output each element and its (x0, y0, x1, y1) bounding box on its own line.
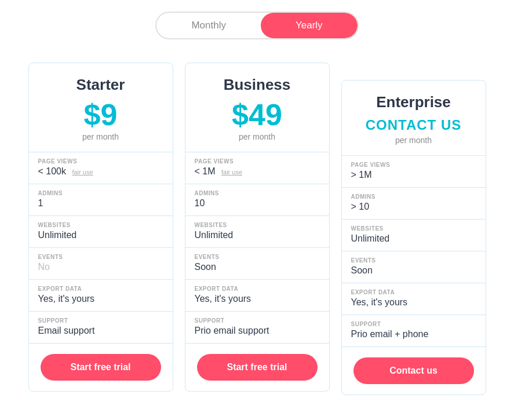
business-plan-name: Business (197, 76, 318, 94)
starter-cta-container: Start free trial (29, 344, 173, 391)
enterprise-cta-container: Contact us (342, 347, 486, 395)
enterprise-header: Enterprise CONTACT US per month (342, 81, 486, 156)
enterprise-page-views-label: PAGE VIEWS (351, 162, 476, 168)
enterprise-price-label: per month (353, 136, 474, 145)
business-events-row: EVENTS Soon (185, 248, 329, 280)
starter-plan-card: Starter $9 per month PAGE VIEWS < 100k f… (28, 63, 173, 392)
starter-events-value: No (38, 262, 163, 272)
enterprise-websites-label: WEBSITES (351, 225, 476, 232)
starter-cta-button[interactable]: Start free trial (41, 354, 161, 381)
starter-page-views-label: PAGE VIEWS (38, 158, 163, 165)
starter-support-row: SUPPORT Email support (29, 312, 173, 344)
starter-events-label: EVENTS (38, 254, 163, 260)
starter-admins-value: 1 (38, 198, 163, 209)
enterprise-page-views-value: > 1M (351, 170, 476, 180)
enterprise-cta-button[interactable]: Contact us (353, 357, 474, 384)
starter-support-value: Email support (38, 326, 163, 336)
enterprise-page-views-row: PAGE VIEWS > 1M (342, 156, 486, 188)
starter-header: Starter $9 per month (29, 63, 173, 152)
business-admins-label: ADMINS (195, 190, 320, 196)
enterprise-websites-value: Unlimited (351, 233, 476, 244)
starter-admins-row: ADMINS 1 (29, 184, 173, 216)
business-price: $49 (197, 100, 318, 130)
business-support-value: Prio email support (195, 326, 320, 336)
starter-websites-label: WEBSITES (38, 222, 163, 228)
starter-fair-use: fair use (72, 169, 93, 176)
enterprise-events-value: Soon (351, 265, 476, 276)
business-cta-button[interactable]: Start free trial (197, 354, 318, 381)
billing-toggle: Monthly Yearly (12, 12, 502, 39)
business-export-label: EXPORT DATA (195, 286, 320, 292)
business-websites-row: WEBSITES Unlimited (185, 216, 329, 248)
starter-websites-value: Unlimited (38, 230, 163, 240)
business-header: Business $49 per month (185, 63, 329, 152)
enterprise-admins-row: ADMINS > 10 (342, 188, 486, 220)
business-admins-value: 10 (195, 198, 320, 209)
business-fair-use: fair use (221, 169, 242, 176)
business-cta-container: Start free trial (185, 344, 329, 391)
starter-support-label: SUPPORT (38, 317, 163, 324)
enterprise-plan-name: Enterprise (353, 93, 474, 111)
enterprise-websites-row: WEBSITES Unlimited (342, 220, 486, 251)
enterprise-export-label: EXPORT DATA (351, 289, 476, 295)
business-plan-card: Business $49 per month PAGE VIEWS < 1M f… (185, 63, 330, 392)
toggle-wrapper: Monthly Yearly (155, 12, 358, 39)
enterprise-export-row: EXPORT DATA Yes, it's yours (342, 283, 486, 315)
starter-admins-label: ADMINS (38, 190, 163, 196)
enterprise-events-label: EVENTS (351, 257, 476, 264)
business-support-row: SUPPORT Prio email support (185, 312, 329, 344)
yearly-toggle-button[interactable]: Yearly (261, 13, 358, 38)
starter-page-views-value: < 100k fair use (38, 166, 163, 177)
starter-page-views-row: PAGE VIEWS < 100k fair use (29, 152, 173, 184)
enterprise-events-row: EVENTS Soon (342, 251, 486, 283)
enterprise-export-value: Yes, it's yours (351, 297, 476, 308)
business-page-views-row: PAGE VIEWS < 1M fair use (185, 152, 329, 184)
starter-export-row: EXPORT DATA Yes, it's yours (29, 280, 173, 312)
enterprise-admins-value: > 10 (351, 202, 476, 212)
pricing-cards: Starter $9 per month PAGE VIEWS < 100k f… (12, 63, 502, 395)
business-events-value: Soon (195, 262, 320, 272)
starter-events-row: EVENTS No (29, 248, 173, 280)
enterprise-contact-label: CONTACT US (353, 117, 474, 133)
enterprise-support-label: SUPPORT (351, 321, 476, 327)
enterprise-support-row: SUPPORT Prio email + phone (342, 315, 486, 347)
business-page-views-label: PAGE VIEWS (195, 158, 320, 165)
business-websites-value: Unlimited (195, 230, 320, 240)
enterprise-admins-label: ADMINS (351, 193, 476, 200)
starter-price: $9 (41, 100, 161, 130)
business-price-label: per month (197, 132, 318, 141)
monthly-toggle-button[interactable]: Monthly (156, 13, 261, 38)
starter-export-value: Yes, it's yours (38, 294, 163, 304)
business-export-value: Yes, it's yours (195, 294, 320, 304)
business-events-label: EVENTS (195, 254, 320, 260)
enterprise-support-value: Prio email + phone (351, 329, 476, 339)
starter-websites-row: WEBSITES Unlimited (29, 216, 173, 248)
business-admins-row: ADMINS 10 (185, 184, 329, 216)
business-support-label: SUPPORT (195, 317, 320, 324)
starter-price-label: per month (41, 132, 161, 141)
starter-export-label: EXPORT DATA (38, 286, 163, 292)
enterprise-plan-card: Enterprise CONTACT US per month PAGE VIE… (341, 80, 486, 395)
business-export-row: EXPORT DATA Yes, it's yours (185, 280, 329, 312)
business-page-views-value: < 1M fair use (195, 166, 320, 177)
business-websites-label: WEBSITES (195, 222, 320, 228)
starter-plan-name: Starter (41, 76, 161, 94)
